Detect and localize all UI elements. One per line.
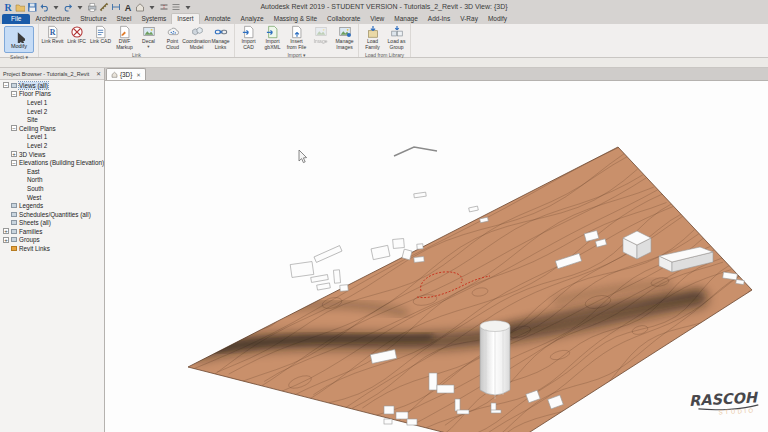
caret-icon[interactable] bbox=[147, 2, 157, 12]
thinlines-icon[interactable] bbox=[171, 2, 181, 12]
ribbon-tab-steel[interactable]: Steel bbox=[112, 14, 137, 24]
ribbon-tab-view[interactable]: View bbox=[365, 14, 389, 24]
project-browser-tree: −Views (all)−Floor PlansLevel 1Level 2Si… bbox=[0, 80, 104, 432]
model-canvas[interactable]: RASCOH STUDIO bbox=[105, 81, 768, 432]
open-icon[interactable] bbox=[15, 2, 25, 12]
tree-item-north[interactable]: North bbox=[0, 176, 104, 185]
tree-item-west[interactable]: West bbox=[0, 193, 104, 202]
ribbon-tab-systems[interactable]: Systems bbox=[136, 14, 171, 24]
link-ifc-button[interactable]: Link IFC bbox=[65, 25, 88, 45]
ribbon-group-select: Modify Select ▾ bbox=[0, 24, 39, 57]
coordination-model-button[interactable]: Coordination Model bbox=[185, 25, 208, 51]
link-cad-button[interactable]: Link CAD bbox=[89, 25, 112, 45]
dwf-markup-button[interactable]: DWF Markup bbox=[113, 25, 136, 51]
tree-item-elevations-building-elevation[interactable]: −Elevations (Building Elevation) bbox=[0, 158, 104, 167]
tree-item-site[interactable]: Site bbox=[0, 115, 104, 124]
undo-icon[interactable] bbox=[39, 2, 49, 12]
manage-images-button[interactable]: Manage Images bbox=[333, 25, 356, 51]
expander-icon[interactable]: − bbox=[11, 160, 17, 166]
title-bar: RA Autodesk Revit 2019 - STUDENT VERSION… bbox=[0, 0, 768, 13]
tree-item-legends[interactable]: Legends bbox=[0, 201, 104, 210]
expander-icon[interactable]: + bbox=[3, 228, 9, 234]
dimension-icon[interactable] bbox=[111, 2, 121, 12]
home-3d-icon bbox=[111, 71, 118, 79]
section-icon[interactable] bbox=[159, 2, 169, 12]
ribbon-tab-v-ray[interactable]: V-Ray bbox=[455, 14, 483, 24]
close-icon[interactable]: ✕ bbox=[136, 72, 141, 78]
close-icon[interactable]: ✕ bbox=[94, 70, 101, 77]
tree-item-revit-links[interactable]: Revit Links bbox=[0, 244, 104, 253]
ribbon-tab-manage[interactable]: Manage bbox=[389, 14, 423, 24]
ribbon-tab-annotate[interactable]: Annotate bbox=[200, 14, 236, 24]
tree-item-3d-views[interactable]: +3D Views bbox=[0, 150, 104, 159]
revit-logo[interactable]: R bbox=[3, 2, 13, 12]
section-icon bbox=[159, 2, 169, 12]
text-icon[interactable]: A bbox=[123, 2, 133, 12]
tree-item-families[interactable]: +Families bbox=[0, 227, 104, 236]
insert-from-file-button[interactable]: Insert from File bbox=[285, 25, 308, 51]
project-browser-header[interactable]: Project Browser - Tutorials_2_Revit ✕ bbox=[0, 68, 104, 80]
view-tab-label: {3D} bbox=[120, 71, 132, 78]
tree-item-south[interactable]: South bbox=[0, 184, 104, 193]
select-group-label[interactable]: Select ▾ bbox=[2, 53, 36, 61]
link-cad-icon bbox=[94, 25, 108, 39]
link-revit-button[interactable]: RLink Revit bbox=[41, 25, 64, 45]
expander-icon[interactable]: − bbox=[11, 91, 17, 97]
tree-item-level-1[interactable]: Level 1 bbox=[0, 98, 104, 107]
import-gbxml-button[interactable]: Import gbXML bbox=[261, 25, 284, 51]
ribbon-group-link: RLink RevitLink IFCLink CADDWF MarkupDec… bbox=[39, 24, 235, 57]
load-family-button[interactable]: Load Family bbox=[361, 25, 384, 51]
ribbon-tab-collaborate[interactable]: Collaborate bbox=[322, 14, 365, 24]
expander-icon[interactable]: + bbox=[11, 151, 17, 157]
watermark-logo: RASCOH STUDIO bbox=[689, 389, 760, 417]
measure-icon[interactable] bbox=[99, 2, 109, 12]
toposurface[interactable] bbox=[188, 147, 752, 432]
load-as-group-button[interactable]: Load as Group bbox=[385, 25, 408, 51]
redo-icon[interactable] bbox=[63, 2, 73, 12]
expander-icon[interactable]: + bbox=[3, 237, 9, 243]
import-cad-button[interactable]: Import CAD bbox=[237, 25, 260, 51]
decal-button[interactable]: Decal▾ bbox=[137, 25, 160, 48]
tree-item-views-all[interactable]: −Views (all) bbox=[0, 81, 104, 90]
tree-item-schedules-quantities-all[interactable]: Schedules/Quantities (all) bbox=[0, 210, 104, 219]
quick-access-toolbar[interactable]: RA bbox=[0, 2, 193, 12]
caret-icon[interactable] bbox=[183, 2, 193, 12]
ribbon-tab-add-ins[interactable]: Add-Ins bbox=[423, 14, 455, 24]
caret-icon[interactable] bbox=[51, 2, 61, 12]
link-ifc-icon bbox=[70, 25, 84, 39]
tree-item-icon bbox=[11, 229, 17, 234]
ribbon-tab-architecture[interactable]: Architecture bbox=[30, 14, 75, 24]
manage-links-button[interactable]: Manage Links bbox=[209, 25, 232, 51]
tree-item-level-2[interactable]: Level 2 bbox=[0, 107, 104, 116]
project-browser-panel: Project Browser - Tutorials_2_Revit ✕ −V… bbox=[0, 68, 105, 432]
group-label-import: Import ▾ bbox=[237, 51, 356, 59]
tree-item-east[interactable]: East bbox=[0, 167, 104, 176]
print-icon[interactable] bbox=[87, 2, 97, 12]
tree-item-icon bbox=[11, 237, 17, 242]
ribbon-tab-insert[interactable]: Insert bbox=[171, 13, 199, 24]
tree-item-groups[interactable]: +Groups bbox=[0, 236, 104, 245]
modify-button[interactable]: Modify bbox=[4, 26, 34, 53]
tree-item-icon bbox=[11, 246, 17, 251]
tree-item-ceiling-plans[interactable]: −Ceiling Plans bbox=[0, 124, 104, 133]
expander-icon[interactable]: − bbox=[11, 125, 17, 131]
tree-item-level-2[interactable]: Level 2 bbox=[0, 141, 104, 150]
redo-icon bbox=[63, 2, 73, 12]
tree-item-sheets-all[interactable]: Sheets (all) bbox=[0, 219, 104, 228]
ribbon-group-load-from-library: Load FamilyLoad as Group Load from Libra… bbox=[359, 24, 411, 57]
expander-icon[interactable]: − bbox=[3, 82, 9, 88]
ribbon-tab-modify[interactable]: Modify bbox=[483, 14, 512, 24]
save-icon[interactable] bbox=[27, 2, 37, 12]
ribbon-tab-analyze[interactable]: Analyze bbox=[236, 14, 269, 24]
point-cloud-button[interactable]: Point Cloud bbox=[161, 25, 184, 51]
caret-icon[interactable] bbox=[75, 2, 85, 12]
tree-item-floor-plans[interactable]: −Floor Plans bbox=[0, 90, 104, 99]
view-tab-3d[interactable]: {3D} ✕ bbox=[106, 68, 146, 80]
print-icon bbox=[87, 2, 97, 12]
tree-item-level-1[interactable]: Level 1 bbox=[0, 133, 104, 142]
ribbon-tab-file[interactable]: File bbox=[2, 14, 30, 24]
ribbon-tab-structure[interactable]: Structure bbox=[75, 14, 111, 24]
floating-roof-line[interactable] bbox=[394, 147, 437, 156]
ribbon-tab-massing-site[interactable]: Massing & Site bbox=[269, 14, 322, 24]
home3d-icon[interactable] bbox=[135, 2, 145, 12]
